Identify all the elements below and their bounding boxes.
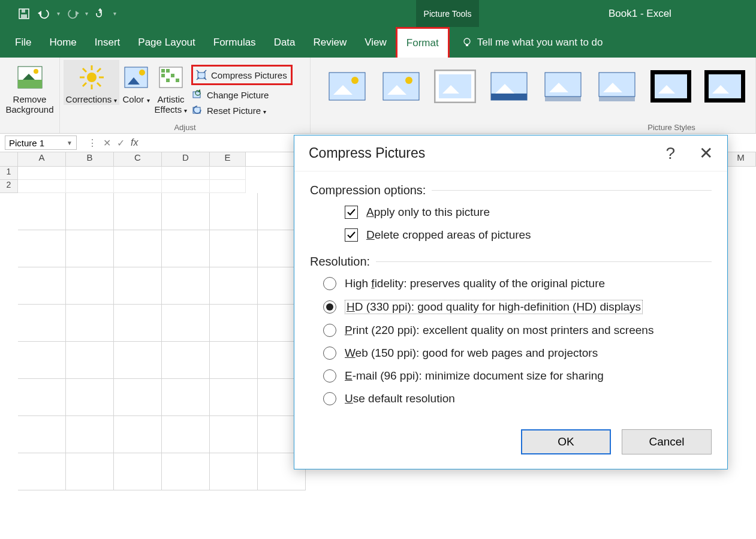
cell[interactable] — [18, 167, 66, 180]
cell[interactable] — [114, 180, 162, 193]
row-header[interactable]: 2 — [0, 180, 18, 193]
style-thumb[interactable] — [488, 70, 530, 103]
cell[interactable] — [210, 453, 258, 490]
tab-format[interactable]: Format — [396, 27, 450, 58]
corrections-button[interactable]: Corrections ▾ — [64, 60, 119, 105]
ok-button[interactable]: OK — [521, 429, 611, 454]
cell[interactable] — [210, 230, 258, 267]
cell[interactable] — [66, 180, 114, 193]
tab-insert[interactable]: Insert — [86, 27, 129, 58]
cell[interactable] — [162, 416, 210, 453]
cell[interactable] — [114, 416, 162, 453]
reset-picture-button[interactable]: Reset Picture ▾ — [191, 104, 293, 116]
resolution-default-radio[interactable]: Use default resolution — [323, 392, 712, 405]
cell[interactable] — [18, 305, 66, 342]
dropdown-icon[interactable]: ▾ — [85, 10, 88, 17]
col-header[interactable]: D — [162, 152, 210, 166]
redo-button[interactable] — [64, 5, 82, 23]
cell[interactable] — [18, 180, 66, 193]
resolution-web-radio[interactable]: Web (150 ppi): good for web pages and pr… — [323, 347, 712, 360]
resolution-print-radio[interactable]: Print (220 ppi): excellent quality on mo… — [323, 324, 712, 337]
cell[interactable] — [114, 305, 162, 342]
tab-home[interactable]: Home — [40, 27, 85, 58]
col-header[interactable]: B — [66, 152, 114, 166]
cell[interactable] — [114, 342, 162, 379]
style-thumb[interactable] — [434, 70, 476, 103]
cell[interactable] — [210, 305, 258, 342]
apply-only-checkbox[interactable]: Apply only to this picture — [345, 206, 712, 219]
cell[interactable] — [114, 230, 162, 267]
style-thumb[interactable] — [542, 70, 584, 103]
style-thumb[interactable] — [326, 70, 368, 103]
color-button[interactable]: Color ▾ — [119, 60, 153, 105]
tab-view[interactable]: View — [356, 27, 396, 58]
tab-formulas[interactable]: Formulas — [204, 27, 265, 58]
fx-icon[interactable]: fx — [131, 137, 138, 148]
col-header[interactable]: A — [18, 152, 66, 166]
help-button[interactable]: ? — [665, 144, 675, 163]
tell-me-search[interactable]: Tell me what you want to do — [462, 37, 603, 49]
cell[interactable] — [18, 193, 66, 230]
resolution-email-radio[interactable]: E-mail (96 ppi): minimize document size … — [323, 369, 712, 383]
col-header[interactable]: E — [210, 152, 246, 166]
cell[interactable] — [66, 416, 114, 453]
tab-file[interactable]: File — [6, 27, 40, 58]
close-icon[interactable]: ✕ — [699, 143, 713, 163]
dropdown-icon[interactable]: ▾ — [113, 10, 116, 17]
cell[interactable] — [162, 167, 210, 180]
select-all-corner[interactable] — [0, 152, 18, 166]
cell[interactable] — [162, 180, 210, 193]
col-header[interactable]: C — [114, 152, 162, 166]
cell[interactable] — [114, 167, 162, 180]
resolution-hd-radio[interactable]: HD (330 ppi): good quality for high-defi… — [323, 300, 712, 314]
cell[interactable] — [66, 342, 114, 379]
name-box[interactable]: Picture 1 ▼ — [5, 135, 77, 150]
style-thumb[interactable] — [596, 70, 638, 103]
dots-icon[interactable]: ⋮ — [88, 137, 97, 149]
cell[interactable] — [18, 230, 66, 267]
style-thumb[interactable] — [704, 70, 746, 103]
cell[interactable] — [66, 453, 114, 490]
tab-review[interactable]: Review — [305, 27, 356, 58]
cell[interactable] — [18, 379, 66, 416]
cell[interactable] — [18, 453, 66, 490]
artistic-effects-button[interactable]: Artistic Effects ▾ — [153, 60, 189, 115]
cell[interactable] — [210, 193, 258, 230]
cell[interactable] — [210, 167, 246, 180]
style-thumb[interactable] — [380, 70, 422, 103]
cell[interactable] — [162, 379, 210, 416]
cell[interactable] — [210, 342, 258, 379]
cell[interactable] — [66, 267, 114, 305]
change-picture-button[interactable]: Change Picture — [191, 89, 293, 101]
cancel-button[interactable]: Cancel — [622, 429, 712, 454]
cell[interactable] — [18, 416, 66, 453]
cell[interactable] — [66, 305, 114, 342]
cell[interactable] — [162, 453, 210, 490]
dropdown-icon[interactable]: ▾ — [57, 10, 60, 17]
cell[interactable] — [162, 305, 210, 342]
touch-mode-button[interactable] — [92, 5, 110, 23]
cell[interactable] — [114, 193, 162, 230]
cell[interactable] — [18, 267, 66, 305]
cell[interactable] — [210, 379, 258, 416]
cell[interactable] — [18, 342, 66, 379]
enter-icon[interactable]: ✓ — [117, 137, 125, 149]
cell[interactable] — [66, 379, 114, 416]
dropdown-icon[interactable]: ▼ — [67, 140, 73, 146]
cell[interactable] — [210, 180, 246, 193]
cell[interactable] — [210, 416, 258, 453]
cell[interactable] — [114, 453, 162, 490]
tab-page-layout[interactable]: Page Layout — [129, 27, 204, 58]
cell[interactable] — [66, 230, 114, 267]
cell[interactable] — [66, 193, 114, 230]
delete-cropped-checkbox[interactable]: Delete cropped areas of pictures — [345, 228, 712, 242]
undo-button[interactable] — [35, 5, 53, 23]
remove-background-button[interactable]: Remove Background — [1, 60, 59, 115]
row-header[interactable]: 1 — [0, 167, 18, 180]
save-button[interactable] — [15, 5, 33, 23]
cell[interactable] — [162, 193, 210, 230]
compress-pictures-button[interactable]: Compress Pictures — [195, 69, 287, 81]
cell[interactable] — [162, 342, 210, 379]
cell[interactable] — [114, 267, 162, 305]
cell[interactable] — [162, 230, 210, 267]
